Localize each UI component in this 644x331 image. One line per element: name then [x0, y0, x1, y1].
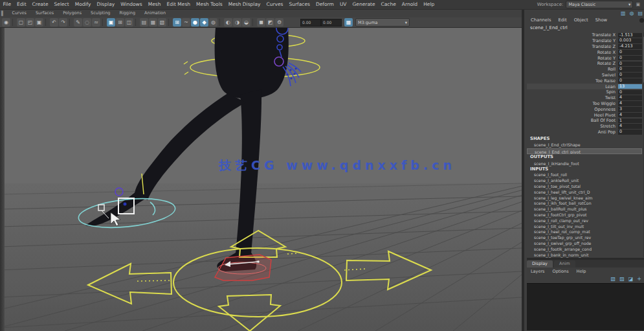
input-node-item[interactable]: scene_l_footIk_arrange_cond	[527, 247, 642, 253]
new-anim-layer-icon[interactable]: ◪	[628, 276, 634, 282]
channel-name[interactable]: Rotate Z	[597, 61, 616, 66]
redo-icon[interactable]: ↷	[59, 18, 67, 27]
channel-box-menu-item[interactable]: Channels	[531, 17, 551, 23]
channel-value-field[interactable]: 1	[618, 119, 642, 124]
menu-item[interactable]: Mesh Display	[225, 0, 263, 9]
snap-grid-icon[interactable]: ⊞	[173, 18, 181, 27]
layer-move-icon[interactable]: +	[637, 276, 641, 282]
input-node-item[interactable]: scene_l_swivel_grp_off_node	[527, 241, 642, 247]
select-tool-icon[interactable]: ✎	[74, 18, 82, 27]
menu-item[interactable]: Create	[29, 0, 51, 9]
channel-value-field[interactable]: 3	[618, 107, 642, 112]
workspace-gear-icon[interactable]: ▣	[636, 1, 640, 8]
output-item[interactable]: scene_l_ikHandle_foot	[527, 161, 642, 166]
render-settings-icon[interactable]: ⚙	[275, 18, 283, 27]
layer-tab[interactable]: Display	[527, 260, 553, 268]
channel-name[interactable]: Twist	[605, 95, 616, 100]
open-scene-icon[interactable]: ◰	[26, 18, 34, 27]
menu-item[interactable]: UV	[337, 0, 350, 9]
menu-item[interactable]: Edit Mesh	[164, 0, 194, 9]
channel-box-menu-item[interactable]: Object	[574, 17, 588, 23]
channel-name[interactable]: Openness	[594, 107, 616, 112]
paint-select-icon[interactable]: ≈	[92, 18, 100, 27]
channel-value-field[interactable]: 0	[618, 62, 642, 67]
menu-item[interactable]: Cache	[378, 0, 399, 9]
channel-value-field[interactable]: 0	[618, 78, 642, 84]
menu-item[interactable]: Edit	[14, 0, 30, 9]
menu-item[interactable]: Help	[421, 0, 438, 9]
shelf-tab[interactable]: Animation	[140, 9, 170, 17]
snap-point-icon[interactable]: ●	[191, 18, 199, 27]
menu-item[interactable]: Generate	[350, 0, 378, 9]
layer-list-empty[interactable]	[527, 283, 644, 330]
input-node-item[interactable]: scene_l_heel_lift_unit_ctrl_D	[527, 190, 642, 196]
channel-box-menu-item[interactable]: Show	[595, 17, 607, 23]
channel-value-field[interactable]: 0	[618, 67, 642, 72]
channel-value-field[interactable]: 13	[618, 84, 642, 89]
shelf-tab[interactable]: Polygons	[58, 9, 86, 17]
select-object-icon[interactable]: ▦	[149, 18, 157, 27]
menu-item[interactable]: Modify	[72, 0, 94, 9]
channel-name[interactable]: Ball Of Foot	[591, 118, 616, 123]
channel-name[interactable]: Anti Pop	[598, 130, 616, 135]
transform-input-y[interactable]: 0.00	[321, 19, 342, 27]
history-icon[interactable]: ◒	[242, 18, 250, 27]
shelf-tab[interactable]: Sculpting	[86, 9, 115, 17]
undo-icon[interactable]: ↶	[50, 18, 58, 27]
new-scene-icon[interactable]: ▢	[17, 18, 25, 27]
character-set-dropdown[interactable]: M3:guma ▾	[355, 18, 410, 27]
input-node-item[interactable]: scene_l_leg_swivel_knee_aim	[527, 196, 642, 201]
input-node-item[interactable]: scene_l_heel_rot_comp_mat	[527, 229, 642, 235]
channel-value-field[interactable]: 0	[618, 50, 642, 55]
channel-value-field[interactable]: -4.213	[618, 44, 642, 49]
layout-four-icon[interactable]: ⊞	[116, 18, 124, 27]
channel-name[interactable]: Translate Z	[592, 44, 616, 49]
channel-name[interactable]: Roll	[608, 67, 616, 72]
channel-value-field[interactable]: 0.003	[618, 38, 642, 43]
menu-item[interactable]: Select	[51, 0, 72, 9]
input-node-item[interactable]: scene_l_ikh_foot_ball_rotCon	[527, 201, 642, 207]
divider[interactable]	[102, 19, 105, 26]
channel-value-field[interactable]: 4	[618, 113, 642, 118]
panel-edge-icon[interactable]: ▌	[1, 11, 5, 16]
layer-menu-item[interactable]: Layers	[531, 269, 545, 274]
channel-box-options-icon[interactable]	[639, 18, 644, 23]
input-node-item[interactable]: scene_l_foot_roll	[527, 172, 642, 178]
input-node-item[interactable]: scene_l_tilt_out_inv_mult	[527, 224, 642, 230]
input-connections-icon[interactable]: ◐	[224, 18, 232, 27]
channel-value-field[interactable]: 4	[618, 95, 642, 100]
channel-name[interactable]: Swivel	[602, 73, 616, 78]
menu-item[interactable]: Display	[94, 0, 118, 9]
select-component-icon[interactable]: ▧	[158, 18, 166, 27]
channel-name[interactable]: Toe Raise	[595, 78, 616, 84]
Stretch[interactable]: Stretch 4	[527, 124, 642, 130]
Rotate X[interactable]: Rotate X 0	[527, 49, 642, 55]
modeling-toolkit-toggle-icon[interactable]: ▥	[621, 10, 626, 17]
shelf-tab[interactable]: Curves	[7, 9, 31, 17]
new-layer-selected-icon[interactable]: ▨	[619, 276, 625, 282]
input-node-item[interactable]: scene_l_ankleRoll_unit	[527, 178, 642, 184]
menu-item[interactable]: Surfaces	[286, 0, 313, 9]
layer-menu-item[interactable]: Help	[577, 269, 586, 274]
Twist[interactable]: Twist 4	[527, 95, 642, 101]
channel-box-menu-item[interactable]: Edit	[558, 17, 566, 23]
Anti Pop[interactable]: Anti Pop 0	[527, 130, 642, 135]
channel-name[interactable]: Translate X	[592, 32, 616, 38]
input-node-item[interactable]: scene_l_ballRoll_mult_plus	[527, 207, 642, 212]
shelf-tab[interactable]: Rigging	[115, 9, 140, 17]
divider[interactable]	[45, 19, 48, 26]
shape-item[interactable]: scene_l_End_ctrlShape	[527, 142, 642, 148]
make-live-icon[interactable]: ◍	[209, 18, 217, 27]
menu-item[interactable]: Mesh Tools	[194, 0, 226, 9]
transform-input-x[interactable]: 0.00	[300, 19, 321, 27]
Rotate Y[interactable]: Rotate Y 0	[527, 55, 642, 61]
Openness[interactable]: Openness 3	[527, 106, 642, 112]
ipr-render-icon[interactable]: ◩	[266, 18, 274, 27]
channel-value-field[interactable]: 4	[618, 124, 642, 129]
channel-name[interactable]: Rotate X	[597, 50, 616, 55]
new-empty-layer-icon[interactable]: ▧	[611, 276, 616, 282]
layer-tab[interactable]: Anim	[554, 260, 575, 268]
Spin[interactable]: Spin 0	[527, 89, 642, 95]
input-node-item[interactable]: scene_l_toeTap_grp_unit_rev	[527, 235, 642, 241]
workspace-dropdown[interactable]: Maya Classic ▾	[566, 1, 633, 8]
